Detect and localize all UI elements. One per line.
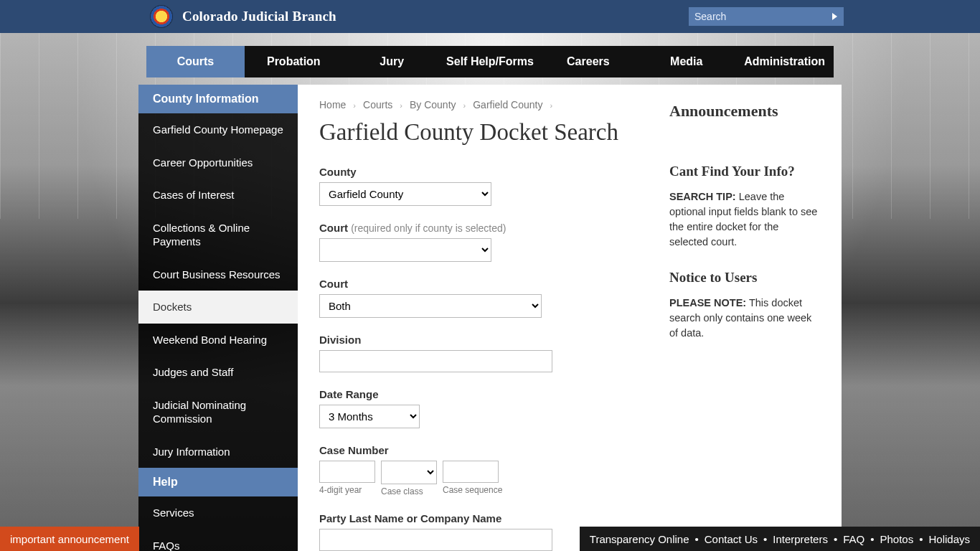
party-name-input[interactable]: [319, 529, 552, 551]
nav-media[interactable]: Media: [637, 46, 735, 77]
primary-nav: CourtsProbationJurySelf Help/FormsCareer…: [146, 46, 834, 77]
separator-dot-icon: •: [834, 533, 837, 545]
notice-text: PLEASE NOTE: This docket search only con…: [669, 296, 820, 341]
sidebar-item-court-business-resources[interactable]: Court Business Resources: [138, 258, 298, 291]
nav-courts[interactable]: Courts: [146, 46, 245, 77]
search-tip-text: SEARCH TIP: Leave the optional input fie…: [669, 189, 820, 250]
sidebar-item-jury-information[interactable]: Jury Information: [138, 435, 298, 468]
breadcrumb-courts[interactable]: Courts: [363, 99, 392, 110]
court-type-select[interactable]: Both: [319, 294, 542, 318]
site-title[interactable]: Colorado Judicial Branch: [182, 9, 336, 24]
court-type-label: Court: [319, 278, 641, 290]
court-required-label: Court (required only if county is select…: [319, 222, 641, 234]
colorado-seal-icon: [151, 6, 172, 27]
main-column: HomeCourtsBy CountyGarfield County Garfi…: [319, 99, 641, 551]
footer-link-holidays[interactable]: Holidays: [928, 533, 970, 545]
division-label: Division: [319, 334, 641, 346]
sidebar-item-collections-online-payments[interactable]: Collections & Online Payments: [138, 212, 298, 258]
chevron-right-icon: [463, 101, 466, 110]
breadcrumb-garfield-county[interactable]: Garfield County: [473, 99, 542, 110]
nav-careers[interactable]: Careers: [539, 46, 637, 77]
content-area: HomeCourtsBy CountyGarfield County Garfi…: [298, 85, 842, 551]
sidebar-item-dockets[interactable]: Dockets: [138, 291, 298, 324]
county-label: County: [319, 166, 641, 178]
footer-link-transparency-online[interactable]: Transparency Online: [590, 533, 689, 545]
left-sidebar: County Information Garfield County Homep…: [138, 85, 298, 551]
sidebar-item-career-opportunities[interactable]: Career Opportunities: [138, 146, 298, 179]
footer-bar: Transparency Online•Contact Us•Interpret…: [580, 527, 980, 551]
footer-link-interpreters[interactable]: Interpreters: [773, 533, 828, 545]
important-announcement-button[interactable]: important announcement: [0, 527, 139, 551]
nav-jury[interactable]: Jury: [343, 46, 441, 77]
date-range-label: Date Range: [319, 388, 641, 400]
court-required-select[interactable]: [319, 238, 491, 262]
county-select[interactable]: Garfield County: [319, 182, 491, 206]
notice-heading: Notice to Users: [669, 270, 820, 286]
footer-link-faq[interactable]: FAQ: [843, 533, 864, 545]
search-submit-button[interactable]: [825, 7, 844, 26]
sidebar-item-judges-and-staff[interactable]: Judges and Staff: [138, 356, 298, 389]
separator-dot-icon: •: [763, 533, 767, 545]
date-range-select[interactable]: 3 Months: [319, 405, 420, 428]
breadcrumb: HomeCourtsBy CountyGarfield County: [319, 99, 641, 110]
chevron-right-icon: [353, 101, 356, 110]
separator-dot-icon: •: [919, 533, 923, 545]
announcements-heading: Announcements: [669, 102, 820, 121]
chevron-right-icon: [550, 101, 552, 110]
nav-administration[interactable]: Administration: [735, 46, 834, 77]
sidebar-item-services[interactable]: Services: [138, 496, 298, 529]
page-title: Garfield County Docket Search: [319, 119, 641, 146]
chevron-right-icon: [400, 101, 402, 110]
aside-column: Announcements Cant Find Your Info? SEARC…: [669, 99, 820, 551]
main-container: County Information Garfield County Homep…: [138, 85, 842, 551]
cant-find-heading: Cant Find Your Info?: [669, 164, 820, 179]
case-year-input[interactable]: [319, 461, 375, 483]
nav-self-help-forms[interactable]: Self Help/Forms: [441, 46, 540, 77]
sidebar-item-garfield-county-homepage[interactable]: Garfield County Homepage: [138, 113, 298, 146]
case-sequence-sublabel: Case sequence: [443, 485, 502, 495]
sidebar-item-weekend-bond-hearing[interactable]: Weekend Bond Hearing: [138, 324, 298, 357]
triangle-right-icon: [832, 13, 837, 20]
site-header: Colorado Judicial Branch: [0, 0, 980, 33]
case-sequence-input[interactable]: [443, 461, 499, 483]
footer-link-photos[interactable]: Photos: [880, 533, 914, 545]
separator-dot-icon: •: [695, 533, 699, 545]
court-hint: (required only if county is selected): [351, 222, 506, 234]
sidebar-item-cases-of-interest[interactable]: Cases of Interest: [138, 179, 298, 212]
case-class-select[interactable]: [381, 461, 437, 484]
case-year-sublabel: 4-digit year: [319, 485, 375, 495]
case-class-sublabel: Case class: [381, 486, 437, 496]
breadcrumb-by-county[interactable]: By County: [410, 99, 456, 110]
party-name-label: Party Last Name or Company Name: [319, 512, 641, 524]
sidebar-item-judicial-nominating-commission[interactable]: Judicial Nominating Commission: [138, 389, 298, 435]
breadcrumb-home[interactable]: Home: [319, 99, 346, 110]
division-input[interactable]: [319, 350, 552, 372]
sidebar-item-faqs[interactable]: FAQs: [138, 529, 298, 552]
separator-dot-icon: •: [870, 533, 874, 545]
nav-probation[interactable]: Probation: [245, 46, 343, 77]
footer-link-contact-us[interactable]: Contact Us: [705, 533, 758, 545]
sidebar-heading-county-info: County Information: [138, 85, 298, 113]
case-number-label: Case Number: [319, 444, 641, 456]
sidebar-heading-help: Help: [138, 468, 298, 496]
search-form: [689, 7, 844, 26]
search-input[interactable]: [689, 7, 825, 26]
